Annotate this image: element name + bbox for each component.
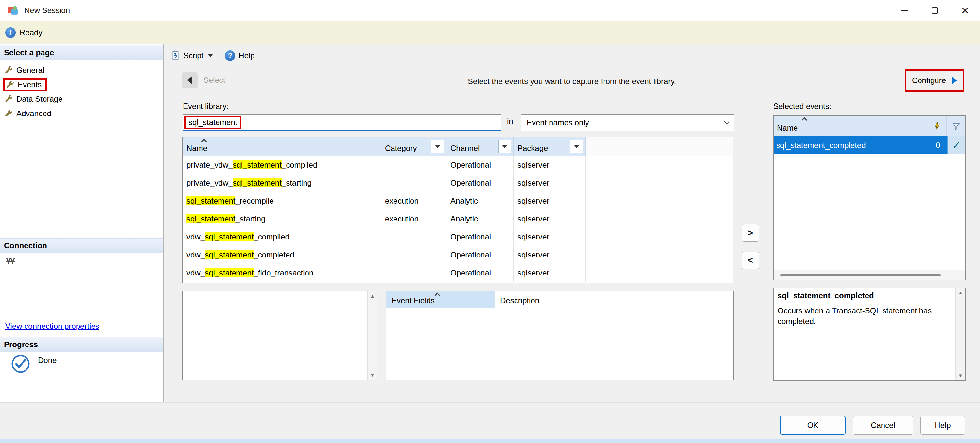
event-category-cell (381, 264, 447, 282)
event-package-cell: sqlserver (514, 246, 585, 264)
event-row[interactable]: sql_statement_starting execution Analyti… (183, 210, 733, 228)
column-header-name[interactable]: Name (183, 137, 381, 156)
view-connection-properties-link[interactable]: View connection properties (5, 322, 99, 331)
toolbar-help-button[interactable]: Help (239, 51, 255, 60)
event-row[interactable]: vdw_sql_statement_fido_transaction Opera… (183, 264, 733, 282)
sidebar-item-events[interactable]: Events (0, 78, 163, 92)
help-button[interactable]: Help (921, 416, 965, 435)
close-button[interactable]: × (950, 0, 980, 21)
column-header-filler (585, 137, 733, 156)
event-row[interactable]: private_vdw_sql_statement_compiled Opera… (183, 156, 733, 174)
event-filler-cell (585, 210, 733, 228)
event-fields-panel: Event Fields Description (386, 291, 734, 380)
sidebar-item-data-storage[interactable]: Data Storage (0, 92, 163, 106)
vertical-scrollbar[interactable]: ▲ ▼ (956, 288, 965, 380)
column-header-description[interactable]: Description (495, 291, 603, 308)
event-row[interactable]: private_vdw_sql_statement_starting Opera… (183, 174, 733, 192)
search-scope-dropdown[interactable]: Event names only (521, 114, 734, 131)
event-row[interactable]: vdw_sql_statement_compiled Operational s… (183, 228, 733, 246)
event-package-cell: sqlserver (514, 228, 585, 246)
column-header-name[interactable]: Name (773, 116, 928, 136)
event-name-cell: vdw_sql_statement_compiled (183, 228, 381, 246)
column-header-event-fields[interactable]: Event Fields (386, 291, 495, 308)
event-fields-header-row: Event Fields Description (386, 291, 733, 308)
event-name-cell: vdw_sql_statement_completed (183, 246, 381, 264)
column-header-channel[interactable]: Channel (447, 137, 514, 156)
event-row[interactable]: vdw_sql_statement_completed Operational … (183, 246, 733, 264)
maximize-icon (932, 7, 938, 14)
sidebar-item-general[interactable]: General (0, 63, 163, 78)
column-header-label: Channel (450, 143, 479, 153)
chevron-down-icon (503, 145, 507, 148)
column-header-filter[interactable] (947, 116, 965, 136)
dialog-toolbar: Script ? Help (164, 44, 980, 67)
sidebar-item-label: Events (18, 80, 41, 89)
search-value: sql_statement (188, 118, 237, 127)
event-name-cell: sql_statement_starting (183, 210, 381, 228)
column-header-category[interactable]: Category (381, 137, 447, 156)
scroll-down-icon[interactable]: ▼ (958, 373, 963, 378)
column-header-label: Name (777, 123, 798, 132)
configure-button[interactable]: Configure (905, 69, 964, 92)
channel-filter-dropdown[interactable] (498, 140, 511, 153)
event-category-cell: execution (381, 192, 447, 210)
scrollbar-thumb[interactable] (781, 274, 941, 276)
name-match-highlight: sql_statement (232, 160, 281, 169)
sidebar-item-advanced[interactable]: Advanced (0, 106, 163, 121)
select-button-label: Select (204, 76, 225, 85)
vertical-scrollbar[interactable]: ▲ ▼ (368, 291, 377, 379)
name-pre: private_vdw_ (186, 160, 232, 169)
event-name-cell: private_vdw_sql_statement_compiled (183, 156, 381, 174)
event-description-panel: ▲ ▼ (182, 291, 377, 380)
event-package-cell: sqlserver (514, 192, 585, 210)
scroll-down-icon[interactable]: ▼ (370, 372, 375, 378)
selected-event-count: 0 (929, 136, 947, 155)
info-icon: i (5, 27, 16, 38)
select-back-button[interactable]: Select (182, 71, 225, 90)
event-library-label: Event library: (183, 102, 229, 111)
column-header-lightning[interactable] (928, 116, 947, 136)
app-icon (7, 5, 18, 16)
selected-event-row[interactable]: sql_statement_completed 0 ✓ (773, 136, 965, 155)
connection-icon: ¥¥ (6, 256, 14, 267)
event-channel-cell: Operational (447, 264, 514, 282)
script-button[interactable]: Script (183, 51, 204, 60)
remove-event-button[interactable]: < (741, 252, 759, 269)
scroll-up-icon[interactable]: ▲ (370, 293, 375, 299)
horizontal-scrollbar[interactable] (774, 270, 965, 280)
event-filler-cell (585, 264, 733, 282)
maximize-button[interactable] (920, 0, 950, 21)
chevron-down-icon[interactable] (208, 54, 213, 57)
column-header-package[interactable]: Package (514, 137, 585, 156)
event-name-cell: vdw_sql_statement_fido_transaction (183, 264, 381, 282)
wrench-icon (5, 109, 13, 118)
window-controls: × (890, 0, 980, 21)
name-match-highlight: sql_statement (186, 214, 235, 223)
event-row[interactable]: sql_statement_recompile execution Analyt… (183, 192, 733, 210)
cancel-button[interactable]: Cancel (853, 416, 913, 435)
chevron-left-icon: < (748, 255, 753, 266)
category-filter-dropdown[interactable] (431, 140, 444, 153)
sidebar-item-label: Data Storage (16, 94, 62, 104)
name-pre: vdw_ (186, 232, 205, 241)
selected-event-check[interactable]: ✓ (947, 136, 965, 155)
event-library-table: Name Category Channel Package private_vd… (182, 137, 733, 283)
event-package-cell: sqlserver (514, 156, 585, 174)
add-event-button[interactable]: > (741, 224, 759, 242)
scroll-up-icon[interactable]: ▲ (958, 290, 963, 295)
select-a-page-header: Select a page (0, 45, 163, 60)
event-package-cell: sqlserver (514, 174, 585, 192)
sidebar-item-label: Advanced (16, 109, 51, 118)
event-category-cell (381, 156, 447, 174)
filter-icon (952, 122, 960, 130)
event-channel-cell: Operational (447, 156, 514, 174)
ok-button[interactable]: OK (780, 416, 846, 435)
column-header-label: Name (186, 143, 207, 153)
wrench-icon (5, 95, 13, 104)
event-search-input[interactable]: sql_statement (183, 114, 501, 131)
event-category-cell: execution (381, 210, 447, 228)
minimize-button[interactable] (890, 0, 920, 21)
package-filter-dropdown[interactable] (570, 140, 583, 153)
window-bottom-edge (0, 439, 980, 443)
event-channel-cell: Operational (447, 246, 514, 264)
